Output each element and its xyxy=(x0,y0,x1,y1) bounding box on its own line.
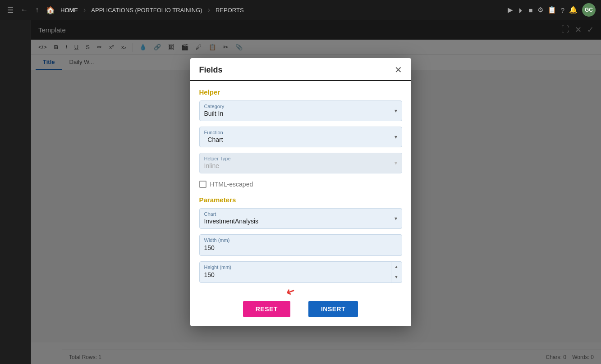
height-field[interactable]: Height (mm) ▲ ▼ xyxy=(199,261,402,283)
breadcrumb-sep-2: › xyxy=(208,6,210,14)
helper-type-arrow-icon: ▾ xyxy=(395,160,397,166)
up-icon[interactable]: ↑ xyxy=(33,4,41,16)
notification-icon[interactable]: 🔔 xyxy=(569,6,578,14)
home-icon[interactable]: 🏠 xyxy=(44,4,57,16)
height-spinner: ▲ ▼ xyxy=(391,262,402,282)
function-field[interactable]: Function _Chart ▾ xyxy=(199,127,402,147)
height-decrement-btn[interactable]: ▼ xyxy=(391,272,402,282)
main-area: Template ⛶ ✕ ✓ </> B I U S ✏ x² x₂ 💧 🔗 🖼… xyxy=(0,20,601,364)
category-group: Category Built In ▾ xyxy=(199,100,402,121)
dialog-title: Fields xyxy=(199,65,223,75)
height-input[interactable] xyxy=(204,271,387,278)
html-escaped-label: HTML-escaped xyxy=(210,181,253,188)
fields-dialog: Fields ✕ Helper Category Built In ▾ xyxy=(190,58,411,326)
function-value: _Chart xyxy=(204,136,397,143)
helper-type-group: Helper Type Inline ▾ xyxy=(199,153,402,173)
clipboard-icon[interactable]: 📋 xyxy=(548,6,556,14)
dialog-close-button[interactable]: ✕ xyxy=(395,65,402,74)
avatar[interactable]: GC xyxy=(582,3,596,17)
chart-value: InvestmentAnalysis xyxy=(204,218,397,225)
category-value: Built In xyxy=(204,110,397,117)
chart-group: Chart InvestmentAnalysis ▾ xyxy=(199,208,402,229)
height-group: Height (mm) ▲ ▼ xyxy=(199,261,402,283)
insert-button[interactable]: INSERT xyxy=(308,301,358,317)
width-label: Width (mm) xyxy=(204,237,397,243)
width-group: Width (mm) xyxy=(199,234,402,256)
nav-right-icons: ▶ ⏵ ■ ⚙ 📋 ? 🔔 GC xyxy=(508,3,596,17)
category-field[interactable]: Category Built In ▾ xyxy=(199,100,402,121)
stop-icon[interactable]: ■ xyxy=(529,6,533,14)
dialog-footer: RESET ➜ INSERT xyxy=(190,296,411,326)
help-icon[interactable]: ? xyxy=(561,6,564,14)
breadcrumb-sep-1: › xyxy=(83,6,86,14)
width-input[interactable] xyxy=(204,244,397,251)
chart-field[interactable]: Chart InvestmentAnalysis ▾ xyxy=(199,208,402,229)
helper-type-label: Helper Type xyxy=(204,156,397,161)
play-icon[interactable]: ▶ xyxy=(508,6,513,14)
dialog-header: Fields ✕ xyxy=(190,58,411,81)
top-nav: ☰ ← ↑ 🏠 HOME › APPLICATIONS (PORTFOLIO T… xyxy=(0,0,601,20)
chart-arrow-icon: ▾ xyxy=(395,215,397,222)
app-label[interactable]: APPLICATIONS (PORTFOLIO TRAINING) xyxy=(91,7,202,14)
helper-type-field[interactable]: Helper Type Inline ▾ xyxy=(199,153,402,173)
modal-overlay: Fields ✕ Helper Category Built In ▾ xyxy=(0,20,601,364)
reports-label[interactable]: REPORTS xyxy=(216,7,244,14)
function-arrow-icon: ▾ xyxy=(395,134,397,140)
html-escaped-row: HTML-escaped xyxy=(199,179,402,190)
function-group: Function _Chart ▾ xyxy=(199,127,402,147)
back-icon[interactable]: ← xyxy=(19,4,30,16)
parameters-section-label: Parameters xyxy=(199,196,402,204)
helper-type-value: Inline xyxy=(204,162,397,169)
reset-button[interactable]: RESET xyxy=(243,301,290,317)
dialog-body: Helper Category Built In ▾ Function _Cha… xyxy=(190,81,411,296)
html-escaped-checkbox[interactable] xyxy=(199,181,206,188)
category-label: Category xyxy=(204,104,397,109)
home-label[interactable]: HOME xyxy=(60,7,78,14)
helper-section-label: Helper xyxy=(199,88,402,96)
settings-icon[interactable]: ⚙ xyxy=(537,6,543,14)
play2-icon[interactable]: ⏵ xyxy=(518,6,524,14)
chart-label: Chart xyxy=(204,211,397,217)
function-label: Function xyxy=(204,130,397,135)
height-label: Height (mm) xyxy=(204,264,387,270)
width-field[interactable]: Width (mm) xyxy=(199,234,402,256)
height-increment-btn[interactable]: ▲ xyxy=(391,262,402,272)
category-arrow-icon: ▾ xyxy=(395,108,397,114)
menu-icon[interactable]: ☰ xyxy=(5,4,15,16)
